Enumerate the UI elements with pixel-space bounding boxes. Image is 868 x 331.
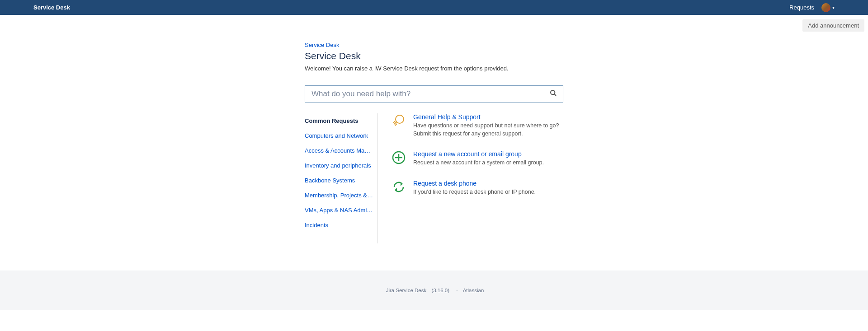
requests-link[interactable]: Requests [789,4,814,11]
chevron-down-icon: ▾ [832,5,835,10]
request-content: General Help & Support Have questions or… [413,113,563,138]
search-box [305,85,563,103]
avatar [821,3,830,12]
svg-point-0 [551,90,555,94]
request-desc: If you'd like to request a desk phone or… [413,188,563,196]
footer: Jira Service Desk (3.16.0) · Atlassian [0,270,868,310]
refresh-icon [392,180,406,194]
request-content: Request a new account or email group Req… [413,150,563,167]
breadcrumb[interactable]: Service Desk [305,42,563,48]
sidebar-item-vms-apps-nas[interactable]: VMs, Apps & NAS Adminis... [305,203,373,218]
app-title[interactable]: Service Desk [33,4,70,11]
user-menu[interactable]: ▾ [821,3,835,12]
search-icon[interactable] [550,89,557,98]
sidebar-item-inventory-peripherals[interactable]: Inventory and peripherals [305,158,373,173]
add-announcement-button[interactable]: Add announcement [802,19,864,32]
sidebar-item-backbone-systems[interactable]: Backbone Systems [305,173,373,188]
request-desc: Request a new account for a system or em… [413,159,563,167]
svg-line-1 [554,94,556,96]
search-input[interactable] [305,85,563,103]
announcement-bar: Add announcement [0,15,868,32]
plus-circle-icon [392,150,406,165]
svg-line-3 [394,122,396,124]
category-sidebar: Common Requests Computers and Network Ac… [305,113,378,243]
sidebar-item-membership-projects[interactable]: Membership, Projects & Pr... [305,188,373,203]
sidebar-item-incidents[interactable]: Incidents [305,218,373,233]
app-header: Service Desk Requests ▾ [0,0,868,15]
request-content: Request a desk phone If you'd like to re… [413,180,563,196]
request-list: General Help & Support Have questions or… [378,113,563,243]
request-item-new-account[interactable]: Request a new account or email group Req… [392,150,563,167]
header-right: Requests ▾ [789,3,835,12]
request-item-desk-phone[interactable]: Request a desk phone If you'd like to re… [392,180,563,196]
page-title: Service Desk [305,51,563,61]
svg-line-5 [395,124,397,126]
footer-product-link[interactable]: Jira Service Desk (3.16.0) [384,288,453,293]
main-content: Service Desk Service Desk Welcome! You c… [305,32,563,243]
request-item-general-help[interactable]: General Help & Support Have questions or… [392,113,563,138]
request-title: General Help & Support [413,113,563,121]
request-desc: Have questions or need support but not s… [413,122,563,138]
columns: Common Requests Computers and Network Ac… [305,113,563,243]
request-title: Request a desk phone [413,180,563,187]
sidebar-item-computers-network[interactable]: Computers and Network [305,128,373,143]
request-title: Request a new account or email group [413,150,563,158]
svg-line-4 [393,121,395,123]
welcome-text: Welcome! You can raise a IW Service Desk… [305,65,563,72]
footer-vendor-link[interactable]: Atlassian [463,288,484,293]
sidebar-item-access-accounts[interactable]: Access & Accounts Manag... [305,143,373,158]
sidebar-item-common-requests[interactable]: Common Requests [305,113,373,128]
svg-point-2 [396,115,404,123]
lightbulb-icon [392,113,406,128]
